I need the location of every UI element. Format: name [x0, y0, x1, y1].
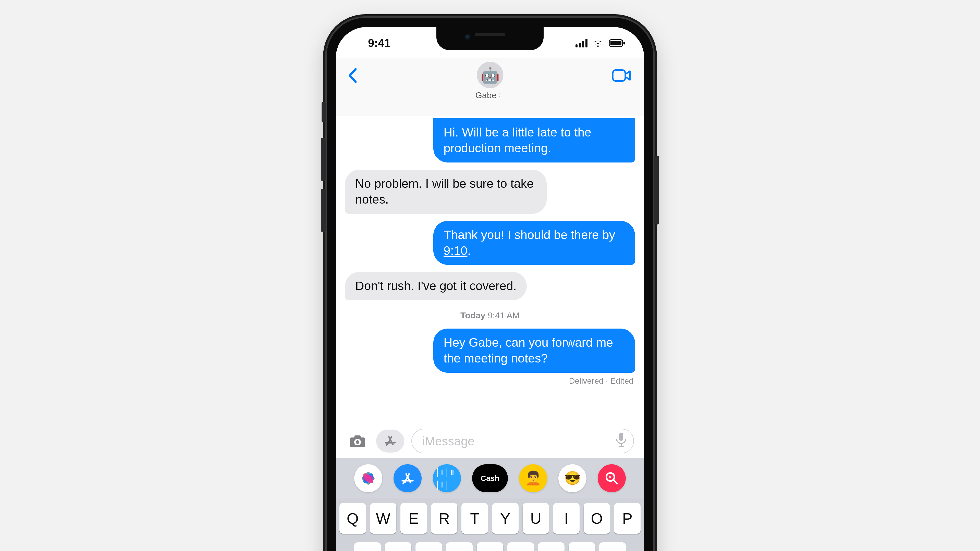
memoji-stickers-app-icon[interactable]: 😎: [558, 464, 587, 492]
keyboard: QWERTYUIOP ASDFGHJKL: [336, 499, 644, 551]
svg-rect-2: [624, 41, 625, 44]
message-input[interactable]: iMessage: [411, 429, 634, 453]
compose-bar: iMessage: [336, 424, 644, 457]
phone-frame: 9:41 🤖: [327, 18, 653, 551]
cellular-signal-icon: [576, 39, 587, 48]
key-i[interactable]: I: [553, 503, 579, 534]
keyboard-row-1: QWERTYUIOP: [339, 503, 641, 534]
message-thread[interactable]: Hi. Will be a little late to the product…: [336, 116, 644, 424]
appstore-app-icon[interactable]: [393, 464, 422, 492]
back-button[interactable]: [345, 68, 360, 83]
status-time: 9:41: [354, 35, 405, 49]
memoji-app-icon[interactable]: 🧑‍🦱: [519, 464, 547, 492]
key-j[interactable]: J: [538, 542, 565, 551]
chevron-right-icon: 〉: [498, 91, 505, 100]
key-k[interactable]: K: [569, 542, 595, 551]
avatar-memoji: 🤖: [480, 66, 500, 84]
audio-message-app-icon[interactable]: ｜ı｜ıı｜ı｜: [433, 464, 461, 492]
conversation-header: 🤖 Gabe 〉: [336, 58, 644, 116]
message-received[interactable]: Don't rush. I've got it covered.: [345, 272, 527, 300]
input-placeholder: iMessage: [422, 434, 474, 448]
key-e[interactable]: E: [401, 503, 427, 534]
status-indicators: [576, 37, 626, 48]
message-text: Thank you! I should be there by 9:10.: [444, 228, 615, 257]
camera-button[interactable]: [346, 430, 369, 453]
screen: 9:41 🤖: [336, 27, 644, 551]
key-a[interactable]: A: [354, 542, 381, 551]
key-p[interactable]: P: [614, 503, 641, 534]
message-text: Hi. Will be a little late to the product…: [444, 125, 591, 155]
key-d[interactable]: D: [415, 542, 442, 551]
memoji-face-icon: 🧑‍🦱: [525, 470, 542, 486]
photos-app-icon[interactable]: [354, 464, 382, 492]
timestamp-divider: Today 9:41 AM: [460, 307, 520, 321]
facetime-button[interactable]: [611, 68, 632, 83]
message-sent[interactable]: Hi. Will be a little late to the product…: [433, 118, 635, 162]
message-sent[interactable]: Hey Gabe, can you forward me the meeting…: [433, 329, 635, 373]
svg-rect-3: [613, 70, 625, 81]
message-sent[interactable]: Thank you! I should be there by 9:10.: [433, 221, 635, 265]
svg-rect-1: [611, 41, 621, 45]
key-r[interactable]: R: [431, 503, 458, 534]
contact-avatar: 🤖: [477, 62, 503, 88]
key-g[interactable]: G: [477, 542, 503, 551]
power-button: [654, 156, 659, 224]
key-q[interactable]: Q: [339, 503, 366, 534]
svg-line-13: [614, 480, 617, 484]
cash-label: Cash: [480, 474, 499, 483]
apple-cash-app-icon[interactable]: Cash: [472, 464, 508, 492]
key-h[interactable]: H: [508, 542, 534, 551]
wifi-icon: [592, 39, 604, 48]
waveform-icon: ｜ı｜ıı｜ı｜: [433, 466, 461, 491]
message-text: Don't rush. I've got it covered.: [355, 279, 517, 292]
key-l[interactable]: L: [599, 542, 626, 551]
key-u[interactable]: U: [523, 503, 549, 534]
contact-details-button[interactable]: 🤖 Gabe 〉: [475, 62, 504, 100]
message-text: No problem. I will be sure to take notes…: [355, 177, 534, 206]
silence-switch: [321, 102, 326, 122]
key-t[interactable]: T: [461, 503, 488, 534]
message-received[interactable]: No problem. I will be sure to take notes…: [345, 170, 547, 214]
memoji-sticker-icon: 😎: [564, 470, 581, 486]
app-drawer-toggle[interactable]: [376, 430, 404, 453]
key-s[interactable]: S: [385, 542, 411, 551]
key-y[interactable]: Y: [492, 503, 519, 534]
imessage-app-drawer: ｜ı｜ıı｜ı｜ Cash 🧑‍🦱 😎 #: [336, 457, 644, 499]
front-camera: [465, 34, 472, 41]
message-text: Hey Gabe, can you forward me the meeting…: [444, 336, 613, 365]
volume-down-button: [321, 189, 326, 232]
keyboard-row-2: ASDFGHJKL: [339, 542, 641, 551]
key-o[interactable]: O: [584, 503, 610, 534]
svg-text:#: #: [609, 475, 611, 479]
key-f[interactable]: F: [446, 542, 473, 551]
timestamp-day: Today: [460, 310, 485, 320]
contact-name: Gabe: [475, 90, 496, 100]
hashtag-images-app-icon[interactable]: #: [598, 464, 626, 492]
speaker-grill: [475, 33, 505, 36]
delivery-status: Delivered · Edited: [569, 376, 635, 386]
key-w[interactable]: W: [370, 503, 396, 534]
notch: [436, 27, 544, 50]
timestamp-time: 9:41 AM: [488, 310, 520, 320]
volume-up-button: [321, 138, 326, 181]
battery-icon: [608, 39, 626, 48]
dictation-button[interactable]: [616, 433, 626, 450]
